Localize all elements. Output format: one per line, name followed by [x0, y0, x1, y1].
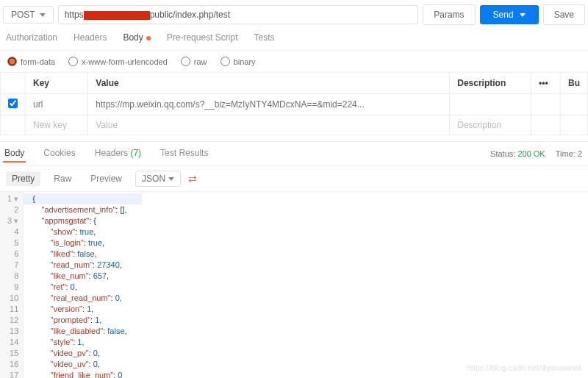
description-input[interactable]: Description	[450, 115, 531, 135]
view-pretty[interactable]: Pretty	[6, 171, 40, 186]
params-button[interactable]: Params	[423, 4, 475, 25]
row-checkbox[interactable]	[8, 99, 18, 108]
cell-key[interactable]: url	[26, 94, 88, 115]
redacted-block	[84, 11, 150, 20]
send-button[interactable]: Send	[480, 5, 539, 24]
wrap-icon[interactable]: ⇄	[188, 173, 197, 185]
radio-raw[interactable]: raw	[181, 57, 207, 66]
http-method-label: POST	[11, 10, 35, 20]
resp-tab-body[interactable]: Body	[3, 145, 26, 163]
radio-urlencoded[interactable]: x-www-form-urlencoded	[68, 57, 168, 66]
response-body[interactable]: 1 ▾23 ▾4567891011121314151617181920 ▾212…	[0, 192, 588, 378]
view-preview[interactable]: Preview	[85, 171, 128, 186]
radio-form-data[interactable]: form-data	[7, 57, 55, 66]
chevron-down-icon	[40, 13, 46, 17]
line-gutter: 1 ▾23 ▾4567891011121314151617181920 ▾212…	[0, 192, 24, 378]
tab-authorization[interactable]: Authorization	[6, 32, 57, 46]
table-row: url https://mp.weixin.qq.com/s?__biz=MzI…	[1, 94, 588, 115]
value-input[interactable]: Value	[88, 115, 450, 135]
tab-tests[interactable]: Tests	[254, 32, 274, 46]
watermark: https://blog.csdn.net/illysnownet	[467, 363, 581, 372]
resp-tab-headers[interactable]: Headers (7)	[93, 145, 143, 163]
url-input[interactable]: httpspublic/index.php/test	[58, 5, 419, 24]
col-value: Value	[88, 73, 450, 94]
chevron-down-icon	[520, 13, 526, 17]
dot-icon	[146, 36, 151, 40]
form-data-table: Key Value Description ••• Bu url https:/…	[0, 72, 588, 135]
response-status: Status: 200 OK Time: 2	[490, 149, 582, 158]
http-method-select[interactable]: POST	[3, 6, 54, 24]
body-type-radios: form-data x-www-form-urlencoded raw bina…	[0, 51, 588, 72]
col-key: Key	[26, 73, 88, 94]
format-select[interactable]: JSON	[135, 171, 181, 187]
radio-binary[interactable]: binary	[220, 57, 256, 66]
status-value: 200 OK	[517, 149, 545, 158]
table-row-empty: New key Value Description	[1, 115, 588, 135]
view-raw[interactable]: Raw	[48, 171, 77, 186]
chevron-down-icon	[168, 177, 174, 181]
resp-tab-test-results[interactable]: Test Results	[159, 145, 209, 163]
key-input[interactable]: New key	[26, 115, 88, 135]
tab-prerequest[interactable]: Pre-request Script	[167, 32, 238, 46]
tab-headers[interactable]: Headers	[74, 32, 107, 46]
cell-value[interactable]: https://mp.weixin.qq.com/s?__biz=MzIyNTY…	[88, 94, 450, 115]
cell-description[interactable]	[450, 94, 531, 115]
bulk-edit-button[interactable]: Bu	[561, 73, 588, 94]
resp-tab-cookies[interactable]: Cookies	[42, 145, 76, 163]
response-tabs: Body Cookies Headers (7) Test Results	[3, 145, 209, 163]
more-icon[interactable]: •••	[531, 73, 561, 94]
request-tabs: Authorization Headers Body Pre-request S…	[0, 29, 588, 51]
col-description: Description	[450, 73, 531, 94]
tab-body[interactable]: Body	[123, 32, 150, 46]
save-button[interactable]: Save	[543, 4, 585, 25]
